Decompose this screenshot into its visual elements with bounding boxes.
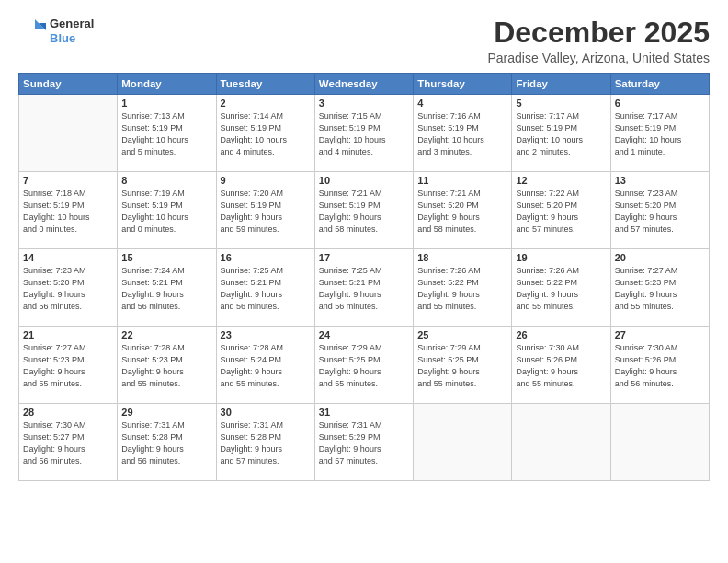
day-info: Sunrise: 7:27 AMSunset: 5:23 PMDaylight:… xyxy=(615,265,705,313)
day-info: Sunrise: 7:30 AMSunset: 5:26 PMDaylight:… xyxy=(516,342,606,390)
day-cell: 31Sunrise: 7:31 AMSunset: 5:29 PMDayligh… xyxy=(314,404,413,481)
day-cell: 26Sunrise: 7:30 AMSunset: 5:26 PMDayligh… xyxy=(512,327,610,404)
day-cell: 23Sunrise: 7:28 AMSunset: 5:24 PMDayligh… xyxy=(216,327,314,404)
day-cell: 7Sunrise: 7:18 AMSunset: 5:19 PMDaylight… xyxy=(19,172,118,249)
day-number: 15 xyxy=(121,252,211,263)
day-number: 30 xyxy=(221,407,311,418)
calendar-table: SundayMondayTuesdayWednesdayThursdayFrid… xyxy=(18,73,710,481)
day-info: Sunrise: 7:23 AMSunset: 5:20 PMDaylight:… xyxy=(615,188,705,236)
day-cell xyxy=(512,404,610,481)
day-cell: 21Sunrise: 7:27 AMSunset: 5:23 PMDayligh… xyxy=(19,327,118,404)
week-row-4: 21Sunrise: 7:27 AMSunset: 5:23 PMDayligh… xyxy=(19,327,710,404)
day-number: 31 xyxy=(319,407,409,418)
day-info: Sunrise: 7:19 AMSunset: 5:19 PMDaylight:… xyxy=(121,188,211,236)
day-cell: 13Sunrise: 7:23 AMSunset: 5:20 PMDayligh… xyxy=(610,172,709,249)
day-cell: 29Sunrise: 7:31 AMSunset: 5:28 PMDayligh… xyxy=(118,404,216,481)
title-block: December 2025 Paradise Valley, Arizona, … xyxy=(488,17,711,65)
day-info: Sunrise: 7:22 AMSunset: 5:20 PMDaylight:… xyxy=(516,188,606,236)
day-info: Sunrise: 7:17 AMSunset: 5:19 PMDaylight:… xyxy=(615,110,705,158)
location: Paradise Valley, Arizona, United States xyxy=(488,51,711,65)
day-cell: 28Sunrise: 7:30 AMSunset: 5:27 PMDayligh… xyxy=(19,404,118,481)
day-info: Sunrise: 7:14 AMSunset: 5:19 PMDaylight:… xyxy=(221,110,311,158)
day-number: 17 xyxy=(319,252,409,263)
day-info: Sunrise: 7:26 AMSunset: 5:22 PMDaylight:… xyxy=(516,265,606,313)
month-title: December 2025 xyxy=(488,17,711,49)
day-number: 9 xyxy=(221,175,311,186)
day-number: 2 xyxy=(221,98,311,109)
logo-general: General xyxy=(50,17,94,31)
day-number: 5 xyxy=(516,98,606,109)
day-number: 21 xyxy=(23,329,113,340)
day-info: Sunrise: 7:24 AMSunset: 5:21 PMDaylight:… xyxy=(121,265,211,313)
week-row-5: 28Sunrise: 7:30 AMSunset: 5:27 PMDayligh… xyxy=(19,404,710,481)
day-number: 22 xyxy=(121,329,211,340)
day-info: Sunrise: 7:20 AMSunset: 5:19 PMDaylight:… xyxy=(221,188,311,236)
day-cell: 15Sunrise: 7:24 AMSunset: 5:21 PMDayligh… xyxy=(118,249,216,327)
day-number: 27 xyxy=(615,329,705,340)
day-info: Sunrise: 7:21 AMSunset: 5:20 PMDaylight:… xyxy=(417,188,507,236)
day-info: Sunrise: 7:31 AMSunset: 5:28 PMDaylight:… xyxy=(121,419,211,467)
day-info: Sunrise: 7:18 AMSunset: 5:19 PMDaylight:… xyxy=(23,188,113,236)
day-number: 6 xyxy=(615,98,705,109)
col-header-saturday: Saturday xyxy=(610,74,709,95)
day-info: Sunrise: 7:15 AMSunset: 5:19 PMDaylight:… xyxy=(319,110,409,158)
day-number: 24 xyxy=(319,329,409,340)
day-cell: 14Sunrise: 7:23 AMSunset: 5:20 PMDayligh… xyxy=(19,249,118,327)
day-cell: 22Sunrise: 7:28 AMSunset: 5:23 PMDayligh… xyxy=(118,327,216,404)
day-info: Sunrise: 7:13 AMSunset: 5:19 PMDaylight:… xyxy=(121,110,211,158)
day-cell: 24Sunrise: 7:29 AMSunset: 5:25 PMDayligh… xyxy=(314,327,413,404)
day-number: 13 xyxy=(615,175,705,186)
calendar-header-row: SundayMondayTuesdayWednesdayThursdayFrid… xyxy=(19,74,710,95)
logo-blue: Blue xyxy=(50,31,94,46)
day-cell: 12Sunrise: 7:22 AMSunset: 5:20 PMDayligh… xyxy=(512,172,610,249)
day-cell: 27Sunrise: 7:30 AMSunset: 5:26 PMDayligh… xyxy=(610,327,709,404)
day-info: Sunrise: 7:31 AMSunset: 5:28 PMDaylight:… xyxy=(221,419,311,467)
day-info: Sunrise: 7:28 AMSunset: 5:24 PMDaylight:… xyxy=(221,342,311,390)
day-number: 26 xyxy=(516,329,606,340)
day-cell: 8Sunrise: 7:19 AMSunset: 5:19 PMDaylight… xyxy=(118,172,216,249)
day-info: Sunrise: 7:17 AMSunset: 5:19 PMDaylight:… xyxy=(516,110,606,158)
day-info: Sunrise: 7:21 AMSunset: 5:19 PMDaylight:… xyxy=(319,188,409,236)
day-cell: 10Sunrise: 7:21 AMSunset: 5:19 PMDayligh… xyxy=(314,172,413,249)
week-row-1: 1Sunrise: 7:13 AMSunset: 5:19 PMDaylight… xyxy=(19,95,710,172)
day-number: 7 xyxy=(23,175,113,186)
page: General Blue December 2025 Paradise Vall… xyxy=(0,0,728,563)
day-info: Sunrise: 7:29 AMSunset: 5:25 PMDaylight:… xyxy=(417,342,507,390)
day-number: 28 xyxy=(23,407,113,418)
logo: General Blue xyxy=(18,17,94,45)
day-cell: 6Sunrise: 7:17 AMSunset: 5:19 PMDaylight… xyxy=(610,95,709,172)
day-cell: 11Sunrise: 7:21 AMSunset: 5:20 PMDayligh… xyxy=(414,172,512,249)
day-info: Sunrise: 7:29 AMSunset: 5:25 PMDaylight:… xyxy=(319,342,409,390)
svg-rect-0 xyxy=(18,17,46,45)
day-cell: 1Sunrise: 7:13 AMSunset: 5:19 PMDaylight… xyxy=(118,95,216,172)
col-header-friday: Friday xyxy=(512,74,610,95)
generalblue-logo-icon xyxy=(18,17,46,45)
day-info: Sunrise: 7:23 AMSunset: 5:20 PMDaylight:… xyxy=(23,265,113,313)
week-row-2: 7Sunrise: 7:18 AMSunset: 5:19 PMDaylight… xyxy=(19,172,710,249)
day-number: 3 xyxy=(319,98,409,109)
day-info: Sunrise: 7:30 AMSunset: 5:26 PMDaylight:… xyxy=(615,342,705,390)
day-cell xyxy=(19,95,118,172)
day-info: Sunrise: 7:31 AMSunset: 5:29 PMDaylight:… xyxy=(319,419,409,467)
day-cell: 3Sunrise: 7:15 AMSunset: 5:19 PMDaylight… xyxy=(314,95,413,172)
day-info: Sunrise: 7:25 AMSunset: 5:21 PMDaylight:… xyxy=(221,265,311,313)
day-cell: 20Sunrise: 7:27 AMSunset: 5:23 PMDayligh… xyxy=(610,249,709,327)
day-number: 23 xyxy=(221,329,311,340)
day-info: Sunrise: 7:16 AMSunset: 5:19 PMDaylight:… xyxy=(417,110,507,158)
day-number: 1 xyxy=(121,98,211,109)
day-cell: 30Sunrise: 7:31 AMSunset: 5:28 PMDayligh… xyxy=(216,404,314,481)
day-number: 12 xyxy=(516,175,606,186)
day-cell: 25Sunrise: 7:29 AMSunset: 5:25 PMDayligh… xyxy=(414,327,512,404)
day-info: Sunrise: 7:27 AMSunset: 5:23 PMDaylight:… xyxy=(23,342,113,390)
col-header-wednesday: Wednesday xyxy=(314,74,413,95)
day-number: 11 xyxy=(417,175,507,186)
day-cell xyxy=(414,404,512,481)
day-number: 8 xyxy=(121,175,211,186)
day-cell xyxy=(610,404,709,481)
day-number: 18 xyxy=(417,252,507,263)
day-cell: 5Sunrise: 7:17 AMSunset: 5:19 PMDaylight… xyxy=(512,95,610,172)
day-number: 29 xyxy=(121,407,211,418)
day-cell: 16Sunrise: 7:25 AMSunset: 5:21 PMDayligh… xyxy=(216,249,314,327)
day-number: 25 xyxy=(417,329,507,340)
day-cell: 9Sunrise: 7:20 AMSunset: 5:19 PMDaylight… xyxy=(216,172,314,249)
